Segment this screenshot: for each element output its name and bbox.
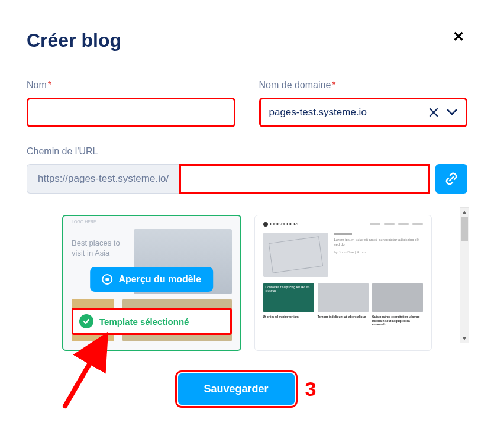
template-card-2[interactable]: LOGO HERE Lorem ipsum dolor sit amet, co… (254, 215, 432, 351)
field-url: Chemin de l'URL https://pages-test.syste… (27, 146, 467, 208)
template-2-card-b (318, 283, 369, 312)
url-row: https://pages-test.systeme.io/ (27, 164, 467, 194)
template-2-card-green: Consectetur adipiscing elit sed do eiusm… (263, 283, 314, 312)
template-selected-badge: Template sélectionné (72, 308, 232, 335)
close-icon[interactable]: ✕ (453, 28, 464, 45)
domain-value: pages-test.systeme.io (269, 107, 430, 118)
link-icon (444, 172, 459, 186)
template-2-header: LOGO HERE (255, 215, 432, 233)
field-name: Nom* (27, 80, 235, 127)
template-2-r2c: Quis nostrud exercitation ullamco labori… (372, 315, 423, 340)
template-2-feature: Lorem ipsum dolor sit amet, consectetur … (255, 233, 432, 283)
preview-label: Aperçu du modèle (118, 274, 201, 285)
template-gallery: LOGO HERE Best places to visit in Asia A… (27, 215, 467, 351)
preview-template-button[interactable]: Aperçu du modèle (90, 267, 213, 292)
scrollbar-thumb[interactable] (461, 217, 468, 241)
name-input-wrap (27, 98, 235, 127)
template-scrollbar[interactable]: ▲ ▼ (460, 207, 469, 343)
copy-link-button[interactable] (435, 164, 467, 194)
row-name-domain: Nom* Nom de domaine* pages-test.systeme.… (27, 80, 467, 127)
domain-controls (429, 108, 457, 117)
save-button[interactable]: Sauvegarder (178, 373, 295, 405)
save-row: Sauvegarder 3 (27, 373, 467, 405)
name-input[interactable] (37, 107, 225, 118)
template-card-1[interactable]: LOGO HERE Best places to visit in Asia A… (62, 215, 241, 351)
domain-select[interactable]: pages-test.systeme.io (259, 98, 468, 127)
create-blog-modal: ✕ Créer blog Nom* Nom de domaine* pages-… (0, 0, 494, 428)
label-name-text: Nom (27, 80, 47, 90)
required-mark: * (332, 80, 335, 90)
template-selected-text: Template sélectionné (99, 317, 189, 327)
clear-icon[interactable] (429, 108, 438, 117)
template-2-card-c (372, 283, 423, 312)
template-1-brand: LOGO HERE (72, 220, 96, 224)
field-domain: Nom de domaine* pages-test.systeme.io (259, 80, 468, 127)
label-domain-text: Nom de domaine (259, 80, 331, 90)
url-path-input[interactable] (181, 166, 428, 192)
template-2-row2: Ut enim ad minim veniam Tempor indididun… (255, 312, 432, 340)
eye-icon (102, 274, 112, 285)
template-2-r2a: Ut enim ad minim veniam (263, 315, 314, 340)
annotation-step-number: 3 (305, 378, 317, 401)
chevron-down-icon[interactable] (447, 109, 457, 116)
template-2-r2b: Tempor indididunt ut labore aliqua (318, 315, 369, 340)
required-mark: * (48, 80, 51, 90)
template-2-nav (370, 223, 423, 225)
modal-title: Créer blog (27, 30, 467, 51)
template-2-brand: LOGO HERE (263, 221, 301, 227)
scroll-down-icon[interactable]: ▼ (460, 334, 469, 343)
template-2-grid: Consectetur adipiscing elit sed do eiusm… (255, 283, 432, 312)
scroll-up-icon[interactable]: ▲ (460, 208, 469, 216)
label-url: Chemin de l'URL (27, 146, 467, 157)
template-2-feature-image (263, 233, 328, 277)
template-2-feature-text: Lorem ipsum dolor sit amet, consectetur … (334, 233, 424, 277)
url-prefix: https://pages-test.systeme.io/ (27, 164, 179, 194)
label-name: Nom* (27, 80, 235, 91)
label-domain: Nom de domaine* (259, 80, 468, 91)
url-path-wrap (179, 164, 430, 194)
check-circle-icon (79, 314, 93, 328)
